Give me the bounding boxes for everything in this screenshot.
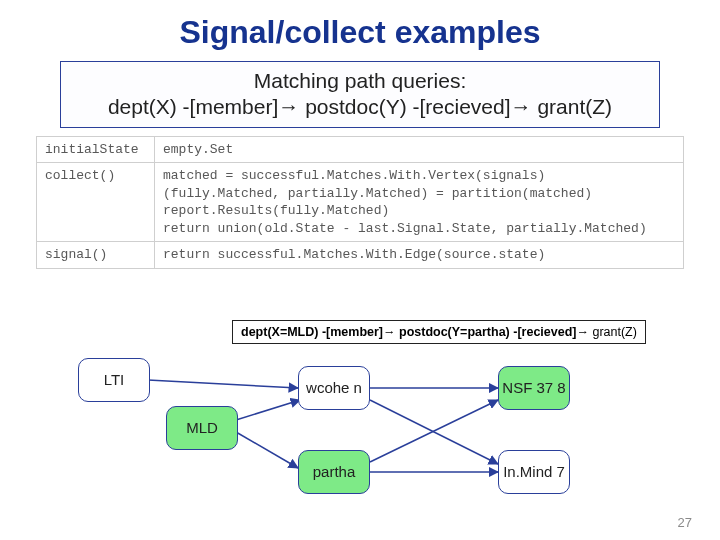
code-table: initialState empty.Set collect() matched… xyxy=(36,136,684,269)
node-wcohen: wcohe n xyxy=(298,366,370,410)
query-box: Matching path queries: dept(X) -[member]… xyxy=(60,61,660,128)
code-body: matched = successful.Matches.With.Vertex… xyxy=(155,163,684,242)
svg-line-2 xyxy=(236,432,298,468)
svg-line-6 xyxy=(370,400,498,464)
node-inmind7: In.Mind 7 xyxy=(498,450,570,494)
code-body: return successful.Matches.With.Edge(sour… xyxy=(155,242,684,269)
svg-line-4 xyxy=(370,400,498,462)
node-mld: MLD xyxy=(166,406,238,450)
code-label: initialState xyxy=(37,136,155,163)
query-line1: Matching path queries: xyxy=(69,68,651,94)
page-number: 27 xyxy=(678,515,692,530)
node-lti: LTI xyxy=(78,358,150,402)
table-row: initialState empty.Set xyxy=(37,136,684,163)
code-label: collect() xyxy=(37,163,155,242)
svg-line-0 xyxy=(148,380,298,388)
query-line2: dept(X) -[member]→ postdoc(Y) -[recieved… xyxy=(69,94,651,120)
code-body: empty.Set xyxy=(155,136,684,163)
table-row: signal() return successful.Matches.With.… xyxy=(37,242,684,269)
table-row: collect() matched = successful.Matches.W… xyxy=(37,163,684,242)
svg-line-1 xyxy=(236,400,300,420)
page-title: Signal/collect examples xyxy=(0,0,720,51)
code-label: signal() xyxy=(37,242,155,269)
node-partha: partha xyxy=(298,450,370,494)
node-nsf378: NSF 37 8 xyxy=(498,366,570,410)
match-example-box: dept(X=MLD) -[member]→ postdoc(Y=partha)… xyxy=(232,320,646,344)
